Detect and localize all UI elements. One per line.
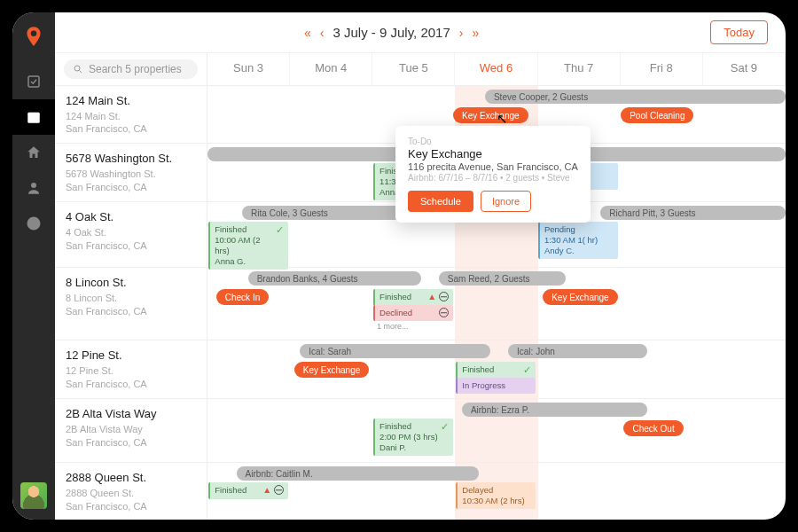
- svg-point-3: [31, 183, 36, 188]
- property-name: 5678 Washington St.: [66, 151, 196, 167]
- day-header-sat[interactable]: Sat 9: [703, 53, 786, 85]
- booking-bar[interactable]: [566, 147, 786, 161]
- task-card[interactable]: Declined: [373, 305, 453, 321]
- user-avatar[interactable]: [20, 482, 47, 509]
- task-card[interactable]: Delayed 10:30 AM (2 hrs): [456, 482, 536, 509]
- day-header-sun[interactable]: Sun 3: [207, 53, 290, 85]
- property-addr: 8 Lincon St.: [66, 292, 196, 305]
- task-popover: To-Do Key Exchange 116 precita Avenue, S…: [395, 126, 591, 223]
- task-card[interactable]: Finished✓ 2:00 PM (3 hrs) Dani P.: [373, 419, 453, 456]
- property-row: 12 Pine St. 12 Pine St. San Francisco, C…: [55, 340, 786, 399]
- property-row: 2888 Queen St. 2888 Queen St. San Franci…: [55, 463, 786, 520]
- check-icon: ✓: [441, 421, 449, 434]
- task-card[interactable]: Finished ▲: [373, 289, 453, 306]
- lane: Airbnb: Ezra P. Finished✓ 2:00 PM (3 hrs…: [207, 399, 786, 462]
- task-card[interactable]: In Progress: [456, 378, 536, 394]
- task-time: 2:00 PM (3 hrs): [379, 432, 437, 442]
- booking-bar[interactable]: Richard Pitt, 3 Guests: [600, 206, 786, 220]
- nav-next-icon[interactable]: ›: [459, 26, 464, 40]
- no-entry-icon: [274, 485, 284, 495]
- task-time: 1:30 AM 1( hr): [544, 235, 598, 245]
- task-pill-key-exchange[interactable]: Key Exchange: [543, 289, 618, 305]
- nav-calendar[interactable]: [12, 99, 55, 135]
- property-addr: 12 Pine St.: [66, 364, 196, 378]
- booking-bar[interactable]: Brandon Banks, 4 Guests: [248, 271, 422, 286]
- property-cell[interactable]: 124 Main St. 124 Main St. San Francisco,…: [55, 86, 207, 143]
- task-assignee: Dani P.: [379, 442, 406, 452]
- property-city: San Francisco, CA: [66, 436, 196, 450]
- task-pill-check-in[interactable]: Check In: [216, 289, 269, 305]
- property-name: 124 Main St.: [66, 93, 196, 109]
- svg-rect-0: [28, 76, 39, 87]
- svg-rect-2: [27, 113, 40, 115]
- property-addr: 2B Alta Vista Way: [66, 423, 196, 436]
- property-city: San Francisco, CA: [66, 305, 196, 318]
- property-addr: 124 Main St.: [66, 110, 196, 123]
- nav-checklist[interactable]: [12, 64, 55, 99]
- search-placeholder: Search 5 properties: [89, 63, 182, 75]
- nav-home[interactable]: [12, 135, 55, 170]
- booking-bar[interactable]: Steve Cooper, 2 Guests: [485, 90, 786, 104]
- day-header-wed[interactable]: Wed 6: [455, 53, 537, 85]
- task-card[interactable]: Pending 1:30 AM 1( hr) Andy C.: [538, 222, 618, 259]
- booking-bar[interactable]: Airbnb: Caitlin M.: [237, 466, 480, 481]
- property-name: 8 Lincon St.: [66, 275, 196, 291]
- property-name: 12 Pine St.: [66, 348, 196, 364]
- day-header-thu[interactable]: Thu 7: [538, 53, 621, 85]
- property-cell[interactable]: 5678 Washington St. 5678 Washington St. …: [55, 144, 207, 201]
- check-icon: ✓: [276, 224, 284, 237]
- search-input[interactable]: Search 5 properties: [64, 59, 198, 79]
- property-cell[interactable]: 2888 Queen St. 2888 Queen St. San Franci…: [55, 463, 207, 520]
- warning-icon: ▲: [262, 485, 271, 497]
- task-pill-pool-cleaning[interactable]: Pool Cleaning: [621, 107, 693, 123]
- task-pill-key-exchange[interactable]: Key Exchange: [294, 362, 370, 378]
- popover-actions: Schedule Ignore: [408, 191, 578, 212]
- task-status: Declined: [379, 308, 412, 317]
- nav-people[interactable]: [12, 170, 55, 206]
- popover-label: To-Do: [408, 137, 578, 146]
- task-card[interactable]: Finished ▲: [208, 482, 288, 499]
- booking-bar[interactable]: Sam Reed, 2 Guests: [439, 271, 566, 286]
- search-icon: [73, 64, 83, 74]
- ignore-button[interactable]: Ignore: [481, 191, 531, 212]
- popover-title: Key Exchange: [408, 147, 578, 160]
- day-header-tue[interactable]: Tue 5: [372, 53, 455, 85]
- task-pill-key-exchange[interactable]: Key Exchange: [453, 107, 528, 123]
- lane: Airbnb: Caitlin M. Finished ▲ Delayed 10…: [207, 463, 786, 520]
- more-link[interactable]: 1 more...: [373, 321, 412, 332]
- property-cell[interactable]: 8 Lincon St. 8 Lincon St. San Francisco,…: [55, 268, 207, 340]
- nav-prev-icon[interactable]: ‹: [320, 26, 325, 40]
- task-card[interactable]: Finished✓ 10:00 AM (2 hrs) Anna G.: [208, 222, 288, 270]
- property-addr: 4 Oak St.: [66, 226, 196, 239]
- booking-bar[interactable]: Airbnb: Ezra P.: [462, 403, 647, 417]
- sidebar: [12, 12, 55, 520]
- task-pill-check-out[interactable]: Check Out: [623, 420, 683, 436]
- property-name: 2888 Queen St.: [66, 470, 196, 486]
- task-status: Pending: [544, 224, 575, 234]
- booking-bar[interactable]: [207, 147, 427, 161]
- property-name: 2B Alta Vista Way: [66, 406, 196, 422]
- nav-last-icon[interactable]: »: [472, 26, 479, 40]
- calendar-header: Search 5 properties Sun 3 Mon 4 Tue 5 We…: [55, 53, 786, 86]
- svg-point-4: [74, 66, 80, 71]
- booking-bar[interactable]: Ical: John: [508, 344, 646, 358]
- nav-first-icon[interactable]: «: [304, 26, 311, 40]
- property-cell[interactable]: 12 Pine St. 12 Pine St. San Francisco, C…: [55, 340, 207, 398]
- day-header-fri[interactable]: Fri 8: [621, 53, 703, 85]
- nav-reports[interactable]: [12, 206, 55, 241]
- task-card[interactable]: Finished✓: [456, 362, 536, 379]
- task-status: Finished: [462, 364, 494, 374]
- task-status: Finished: [379, 292, 411, 301]
- task-time: 10:00 AM (2 hrs): [215, 235, 260, 255]
- today-button[interactable]: Today: [710, 20, 768, 44]
- day-header-mon[interactable]: Mon 4: [290, 53, 372, 85]
- property-addr: 2888 Queen St.: [66, 487, 196, 500]
- property-cell[interactable]: 2B Alta Vista Way 2B Alta Vista Way San …: [55, 399, 207, 462]
- property-city: San Francisco, CA: [66, 239, 196, 253]
- schedule-button[interactable]: Schedule: [408, 191, 473, 212]
- property-cell[interactable]: 4 Oak St. 4 Oak St. San Francisco, CA: [55, 202, 207, 267]
- booking-bar[interactable]: Ical: Sarah: [300, 344, 490, 358]
- property-city: San Francisco, CA: [66, 122, 196, 136]
- property-addr: 5678 Washington St.: [66, 168, 196, 181]
- topbar: « ‹ 3 July - 9 July, 2017 › » Today: [55, 12, 786, 53]
